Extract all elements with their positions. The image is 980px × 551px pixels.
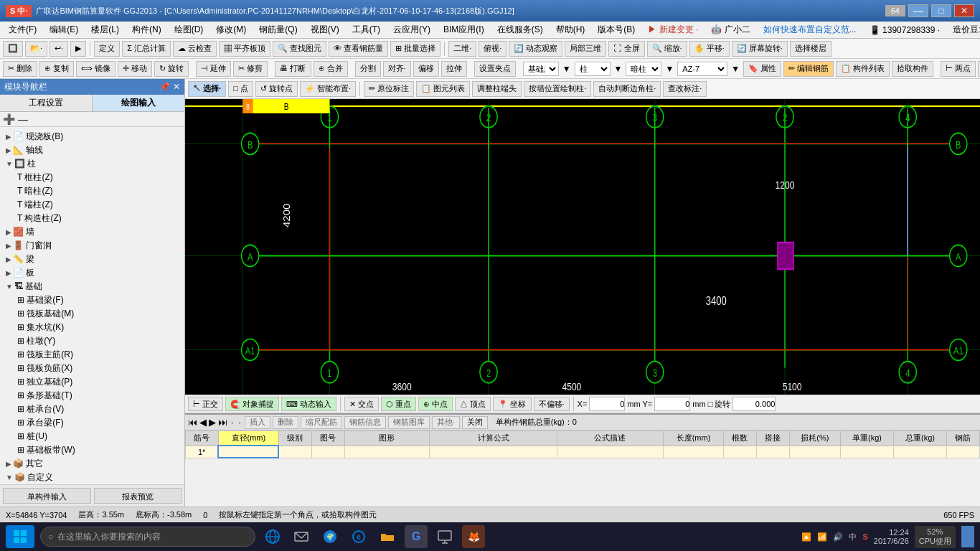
tree-item-iso-found[interactable]: ⊞ 独立基础(P) — [3, 375, 182, 389]
sidebar-minus-btn[interactable]: — — [18, 113, 28, 125]
tree-item-other[interactable]: ▶ 📦 其它 — [3, 457, 182, 471]
menu-tools[interactable]: 工具(T) — [347, 22, 386, 37]
cell-shape[interactable] — [344, 446, 430, 458]
inplace-label-btn[interactable]: ✏ 原位标注 — [364, 81, 414, 97]
component-type-select[interactable]: 柱 — [575, 62, 611, 76]
delete-btn[interactable]: ✂ 删除 — [3, 61, 37, 77]
tree-item-raft-top[interactable]: ⊞ 筏板主筋(R) — [3, 348, 182, 362]
tree-item-found-band[interactable]: ⊞ 基础板带(W) — [3, 443, 182, 457]
screen-rotate-btn[interactable]: 🔄 屏幕旋转· — [732, 41, 788, 57]
pan-btn[interactable]: ✋ 平移· — [689, 41, 730, 57]
rebar-info-btn[interactable]: 钢筋信息 — [344, 416, 386, 429]
taskbar-icon-g[interactable]: G — [405, 525, 428, 548]
calculate-btn[interactable]: Σ 汇总计算 — [122, 41, 171, 57]
nav-next[interactable]: ▶ — [209, 417, 216, 428]
dynamic-input-btn[interactable]: ⌨ 动态输入 — [281, 397, 336, 411]
tree-item-construct-col[interactable]: T 构造柱(Z) — [3, 212, 182, 225]
taskbar-icon-monitor[interactable] — [433, 525, 456, 548]
smart-layout-btn[interactable]: ⚡ 智能布置· — [300, 81, 356, 97]
extend-btn[interactable]: ⊣ 延伸 — [196, 61, 231, 77]
drag-btn[interactable]: 拉伸 — [441, 61, 467, 77]
tree-item-pile[interactable]: ⊞ 桩(U) — [3, 430, 182, 443]
tree-item-found-beam[interactable]: ⊞ 基础梁(F) — [3, 293, 182, 307]
define-btn[interactable]: 定义 — [94, 41, 120, 57]
rebar-close-btn[interactable]: 关闭 — [462, 416, 488, 429]
cell-count[interactable] — [723, 446, 756, 458]
win-max-btn[interactable]: □ — [931, 4, 951, 17]
menu-draw[interactable]: 绘图(D) — [169, 22, 209, 37]
nav-last[interactable]: ⏭ — [218, 417, 227, 428]
menu-phone[interactable]: 📱 13907298339 · — [864, 24, 946, 37]
cell-length[interactable] — [664, 446, 724, 458]
cell-grade[interactable] — [278, 446, 311, 458]
set-point-btn[interactable]: 设置夹点 — [474, 61, 516, 77]
copy-btn[interactable]: ⊕ 复制 — [39, 61, 74, 77]
rebar-scale-btn[interactable]: 缩尺配筋 — [301, 416, 342, 429]
tray-network[interactable]: 📶 — [817, 532, 827, 542]
cell-unit-wt[interactable] — [841, 446, 894, 458]
win-min-btn[interactable]: — — [908, 4, 928, 17]
draw-col-by-wall-btn[interactable]: 按墙位置绘制柱· — [524, 81, 591, 97]
vertex-snap-btn[interactable]: △ 顶点 — [455, 397, 491, 411]
trim-btn[interactable]: ✂ 修剪 — [233, 61, 268, 77]
pick-component-btn[interactable]: 拾取构件 — [892, 61, 933, 77]
menu-cloud[interactable]: 云应用(Y) — [387, 22, 436, 37]
rebar-other-btn[interactable]: 其他· — [432, 416, 460, 429]
sidebar-add-btn[interactable]: ➕ — [3, 113, 15, 125]
tree-item-cap-beam[interactable]: ⊞ 承台梁(F) — [3, 416, 182, 430]
menu-assistant[interactable]: 🤖 广小二 — [705, 22, 755, 37]
print-btn[interactable]: 🖶 打断 — [275, 61, 311, 77]
y-input[interactable] — [654, 397, 690, 411]
tree-item-foundation[interactable]: ▼ 🏗 基础 — [3, 280, 182, 293]
tree-item-column[interactable]: ▼ 🔲 柱 — [3, 157, 182, 171]
mirror-btn[interactable]: ⟺ 镜像 — [76, 61, 116, 77]
align-slab-btn[interactable]: ▦ 平齐板顶 — [219, 41, 270, 57]
section-project[interactable]: 工程设置 — [0, 95, 93, 111]
menu-points[interactable]: 造价豆:0 — [947, 22, 980, 37]
taskbar-icon-folder[interactable] — [376, 525, 399, 548]
element-list-btn[interactable]: 📋 图元列表 — [416, 81, 470, 97]
menu-edit[interactable]: 编辑(E) — [44, 22, 84, 37]
menu-modify[interactable]: 修改(M) — [210, 22, 252, 37]
rebar-type-select[interactable]: AZ-7 — [677, 62, 727, 76]
two-point-btn[interactable]: ⊢ 两点 — [941, 61, 976, 77]
merge-btn[interactable]: ⊕ 合并 — [314, 61, 348, 77]
intersect-snap-btn[interactable]: ✕ 交点 — [344, 397, 379, 411]
open-btn[interactable]: 📂· — [25, 41, 47, 57]
top-view-btn[interactable]: 俯视· — [479, 41, 507, 57]
section-drawing[interactable]: 绘图输入 — [93, 95, 184, 111]
menu-version[interactable]: 版本号(B) — [592, 22, 641, 37]
2d-btn[interactable]: 二维· — [448, 41, 476, 57]
nav-prev[interactable]: ◀ — [199, 417, 207, 428]
menu-bim[interactable]: BIM应用(I) — [438, 22, 490, 37]
tree-item-beam[interactable]: ▶ 📏 梁 — [3, 253, 182, 266]
snap-btn[interactable]: 🧲 对象捕捉 — [225, 397, 279, 411]
cell-overlap[interactable] — [756, 446, 789, 458]
tree-item-strip-found[interactable]: ⊞ 条形基础(T) — [3, 389, 182, 402]
cell-formula[interactable] — [430, 446, 557, 458]
find-element-btn[interactable]: 🔍 查找图元 — [273, 41, 326, 57]
local-3d-btn[interactable]: 局部三维 — [565, 41, 606, 57]
tree-item-custom[interactable]: ▼ 📦 自定义 — [3, 471, 182, 484]
taskbar-icon-ie[interactable]: e — [347, 525, 370, 548]
menu-file[interactable]: 文件(F) — [3, 22, 42, 37]
win-close-btn[interactable]: ✕ — [954, 4, 974, 17]
tray-sogou[interactable]: S — [862, 532, 867, 541]
center-snap-btn[interactable]: ⊕ 中点 — [418, 397, 453, 411]
rebar-delete-btn[interactable]: 删除 — [273, 416, 298, 429]
taskbar-icon-globe[interactable]: 🌍 — [319, 525, 341, 548]
midpoint-snap-btn[interactable]: ⬡ 重点 — [381, 397, 416, 411]
orbit-btn[interactable]: 🔄 动态观察 — [509, 41, 562, 57]
redo-btn[interactable]: ▶ — [70, 41, 86, 57]
menu-view[interactable]: 视图(V) — [305, 22, 345, 37]
tree-item-raft-neg[interactable]: ⊞ 筏板负筋(X) — [3, 362, 182, 375]
tree-item-pile-cap[interactable]: ⊞ 桩承台(V) — [3, 402, 182, 416]
cell-diameter[interactable] — [218, 446, 278, 458]
rotate-btn[interactable]: ↻ 旋转 — [154, 61, 189, 77]
cell-loss[interactable] — [789, 446, 840, 458]
single-component-btn[interactable]: 单构件输入 — [3, 488, 91, 504]
clock[interactable]: 12:24 2017/6/26 — [874, 528, 909, 545]
tree-item-slab[interactable]: ▶ 📄 现浇板(B) — [3, 130, 182, 143]
menu-component[interactable]: 构件(N) — [126, 22, 167, 37]
adjust-col-end-btn[interactable]: 调整柱端头 — [472, 81, 522, 97]
